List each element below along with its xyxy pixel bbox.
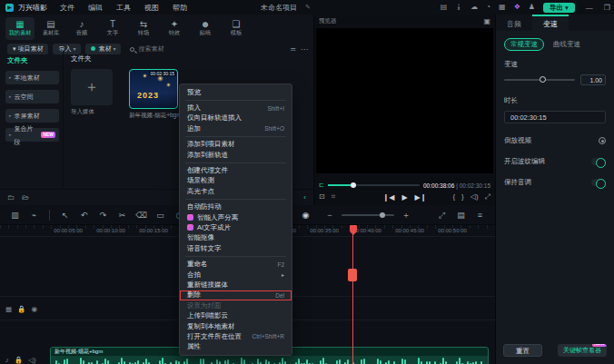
menu-item-2[interactable]: 插入Shift+I	[180, 103, 292, 113]
sidebar-item-1[interactable]: ▸云空间	[5, 90, 59, 103]
redo-icon[interactable]: ↷	[94, 205, 113, 225]
menu-item-9[interactable]: 创建代理文件	[180, 165, 292, 175]
menubar-item-1[interactable]: 编辑	[88, 3, 103, 13]
restore-button[interactable]: ❐	[604, 4, 610, 12]
lock-icon[interactable]: 🔒	[17, 305, 25, 313]
timeline-zoom-slider[interactable]	[342, 214, 394, 216]
zoom-out-icon[interactable]: −	[322, 205, 337, 225]
media-bin-icon[interactable]: ▥	[5, 205, 25, 225]
duration-input[interactable]: 00:02:30:15	[504, 111, 606, 123]
fullscreen-icon[interactable]: ⤢	[485, 192, 490, 202]
export-button[interactable]: 导出 ▾	[543, 3, 575, 13]
properties-tab-变速[interactable]: 变速	[532, 15, 569, 31]
mark-in-icon[interactable]: {	[452, 192, 455, 202]
speed-slider[interactable]	[504, 79, 575, 81]
menu-item-0[interactable]: 预览	[180, 87, 292, 97]
tab-贴纸[interactable]: ☻贴纸	[191, 17, 220, 40]
layout-icon[interactable]: ▤	[441, 4, 448, 11]
new-folder-icon[interactable]: 🗀	[7, 193, 15, 202]
menu-item-22[interactable]: 删除Del	[180, 290, 292, 300]
menu-item-3[interactable]: 仅向目标轨道插入	[180, 113, 292, 123]
menu-item-11[interactable]: 高光卡点	[180, 186, 292, 196]
delete-icon[interactable]: ⌫	[132, 205, 151, 225]
edit-title-icon[interactable]: ✎	[305, 4, 311, 11]
crop-icon[interactable]: ▭	[151, 205, 170, 225]
pointer-icon[interactable]: ↖	[55, 205, 74, 225]
menu-item-19[interactable]: 重命名F2	[180, 259, 292, 269]
speaker-icon[interactable]: ◁)	[28, 356, 35, 364]
volume-icon[interactable]: ◁)	[470, 192, 479, 202]
track-layout-icon[interactable]: ▤	[451, 205, 470, 225]
snap-icon[interactable]: ⌁	[25, 205, 44, 225]
menubar-item-2[interactable]: 工具	[116, 3, 131, 13]
menu-item-10[interactable]: 场景检测	[180, 176, 292, 186]
speed-value[interactable]: 1.00	[580, 74, 606, 85]
menu-item-4[interactable]: 追加Shift+O	[180, 123, 292, 133]
tab-特效[interactable]: ✦特效	[160, 17, 189, 40]
video-viewport[interactable]	[316, 28, 493, 173]
notification-icon[interactable]: ◔	[486, 4, 490, 11]
import-media-tile[interactable]: ＋	[71, 69, 113, 105]
play-icon[interactable]: ▶	[401, 193, 407, 202]
mark-out-icon[interactable]: }	[461, 192, 464, 202]
toggle-control[interactable]	[591, 158, 606, 165]
track-manager-icon[interactable]: ≡	[470, 205, 490, 225]
record-icon[interactable]: ◉	[296, 205, 315, 225]
eye-icon[interactable]: ◉	[31, 305, 37, 313]
split-icon[interactable]: ✂	[113, 205, 132, 225]
reset-button[interactable]: 重置	[503, 344, 542, 357]
previous-frame-icon[interactable]: ❙◀	[383, 193, 395, 202]
menu-item-17[interactable]: 语音转文字	[180, 243, 292, 253]
user-icon[interactable]: ♟	[529, 4, 535, 11]
menu-item-14[interactable]: 智能人声分离	[180, 212, 292, 222]
music-note-icon[interactable]: ♪	[5, 356, 9, 364]
menubar-item-3[interactable]: 视图	[144, 3, 159, 13]
media-clip-thumbnail[interactable]: 2023 00:02:30:15	[129, 69, 178, 109]
undo-icon[interactable]: ↶	[74, 205, 94, 225]
playhead-handle-icon[interactable]	[350, 225, 357, 231]
tab-模板[interactable]: ❏模板	[222, 17, 251, 40]
next-frame-icon[interactable]: ▶❙	[415, 193, 427, 202]
menu-item-21[interactable]: 重新链接媒体	[180, 280, 292, 290]
marker-add-icon[interactable]: ⌗	[332, 192, 336, 202]
store-cart-icon[interactable]: ❖	[514, 4, 520, 11]
menu-item-13[interactable]: 自动防抖动	[180, 202, 292, 212]
menu-item-26[interactable]: 打开文件所在位置Ctrl+Shift+R	[180, 331, 292, 341]
menubar-item-0[interactable]: 文件	[60, 3, 74, 13]
toggle-control[interactable]	[591, 179, 606, 186]
uniform-speed-tab[interactable]: 常规变速	[504, 38, 544, 51]
video-track-icon[interactable]: ▦	[5, 305, 12, 313]
zoom-in-icon[interactable]: ＋	[399, 205, 413, 225]
tab-音频[interactable]: ♪音频	[67, 17, 96, 40]
minimize-button[interactable]: —	[586, 4, 593, 12]
versions-icon[interactable]: ▦	[499, 4, 506, 11]
sidebar-item-3[interactable]: ▸复合片段NEW	[5, 128, 59, 142]
tab-文字[interactable]: T文字	[98, 17, 127, 40]
menu-item-25[interactable]: 复制到本地素材	[180, 321, 292, 331]
menu-item-27[interactable]: 属性	[180, 342, 292, 352]
fit-timeline-icon[interactable]: ⤢	[432, 205, 451, 225]
menu-item-20[interactable]: 合拍▸	[180, 270, 292, 280]
snapshot-icon[interactable]: ⊡	[319, 192, 325, 202]
cloud-icon[interactable]: ☁	[470, 4, 478, 11]
menu-item-7[interactable]: 添加到新轨道	[180, 150, 292, 160]
menu-item-16[interactable]: 智能抠像	[180, 233, 292, 243]
delete-folder-icon[interactable]: 🗁	[22, 193, 29, 202]
tab-转场[interactable]: ⇆转场	[129, 17, 158, 40]
curve-speed-tab[interactable]: 曲线变速	[553, 40, 580, 49]
preview-seekbar[interactable]	[328, 184, 420, 186]
tab-我的素材[interactable]: ▦我的素材	[5, 17, 35, 40]
mark-range-icon[interactable]: ⊏	[319, 182, 324, 189]
menu-item-6[interactable]: 添加到项目素材	[180, 140, 292, 150]
properties-tab-音频[interactable]: 音频	[496, 15, 532, 31]
sidebar-item-0[interactable]: ▸本地素材	[5, 71, 59, 84]
panel-layout-icon[interactable]: ▣	[483, 17, 490, 25]
menu-item-15[interactable]: AI文字成片	[180, 222, 292, 232]
lock-icon[interactable]: 🔒	[15, 356, 23, 364]
menu-item-24[interactable]: 上传到喵影云	[180, 310, 292, 320]
tab-素材库[interactable]: ▤素材库	[36, 17, 65, 40]
save-icon[interactable]: ⭳	[455, 4, 462, 11]
collapse-panel-icon[interactable]: ‹	[303, 193, 306, 202]
radio-control[interactable]	[599, 137, 606, 144]
menubar-item-4[interactable]: 帮助	[173, 3, 187, 13]
